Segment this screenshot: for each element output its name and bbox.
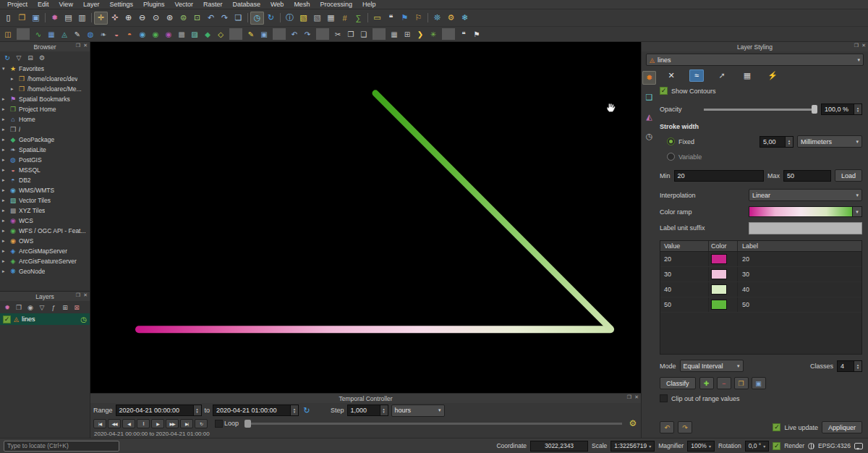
undo-icon[interactable]: ↶ xyxy=(288,28,301,40)
class-color-swatch[interactable] xyxy=(711,300,727,310)
expand-arrow-icon[interactable]: ▸ xyxy=(2,106,7,112)
label-unit-suffix-input[interactable] xyxy=(749,222,862,234)
add-vector-tile-icon[interactable]: ▨ xyxy=(188,28,201,40)
add-class-button[interactable]: ✚ xyxy=(699,377,714,389)
add-postgis-icon[interactable]: ◍ xyxy=(84,28,97,40)
color-ramp-select[interactable]: ▾ xyxy=(749,206,862,217)
menu-item[interactable]: Raster xyxy=(198,0,228,9)
close-panel-icon[interactable]: ✕ xyxy=(83,43,88,48)
pause-button[interactable]: || xyxy=(137,419,150,428)
load-classes-button[interactable]: ❐ xyxy=(734,377,749,389)
temporal-settings-gear-icon[interactable]: ⚙ xyxy=(628,418,638,428)
class-row[interactable]: 40 40 xyxy=(660,282,861,297)
tab-no-contours[interactable]: ✕ xyxy=(664,69,678,82)
log-messages-icon[interactable] xyxy=(854,443,863,449)
style-undo-button[interactable]: ↶ xyxy=(660,421,674,433)
zoom-native-icon[interactable]: ⊙ xyxy=(149,12,163,25)
fixed-width-radio[interactable] xyxy=(667,137,675,145)
classes-count-input[interactable]: 4 xyxy=(837,360,862,372)
play-forward-button[interactable]: ▶ xyxy=(151,419,164,428)
loop-checkbox[interactable] xyxy=(215,420,223,428)
class-value[interactable]: 30 xyxy=(660,271,708,278)
menu-item[interactable]: Processing xyxy=(315,0,357,9)
show-contours-checkbox[interactable] xyxy=(660,87,668,95)
layer-item-lines[interactable]: ◬ lines ◷ xyxy=(0,313,90,325)
save-edits-icon[interactable]: ▣ xyxy=(258,28,271,40)
menu-item[interactable]: Settings xyxy=(104,0,138,9)
show-bookmarks-icon[interactable]: ⚐ xyxy=(412,12,425,25)
mode-select[interactable]: Equal Interval xyxy=(680,360,744,372)
browser-item-home-dev[interactable]: ▸ ❐ /home/cloarec/dev xyxy=(0,74,90,84)
remove-layer-icon[interactable]: ⊠ xyxy=(72,302,82,313)
measure-line-icon[interactable]: ▭ xyxy=(370,12,384,25)
variable-width-radio[interactable] xyxy=(667,153,675,161)
deselect-features-icon[interactable]: ▧ xyxy=(310,12,324,25)
filter-expression-icon[interactable]: ƒ xyxy=(48,302,59,313)
temporal-layer-indicator-icon[interactable]: ◷ xyxy=(80,316,87,323)
menu-item[interactable]: Project xyxy=(2,0,33,9)
temporal-controller-icon[interactable]: ◷ xyxy=(250,12,264,25)
expand-arrow-icon[interactable]: ▸ xyxy=(11,76,16,82)
collapse-all-icon[interactable]: ⊟ xyxy=(25,53,35,63)
3d-view-tab-icon[interactable]: ❑ xyxy=(642,90,656,104)
browser-item-home-me[interactable]: ▸ ❐ /home/cloarec/Me... xyxy=(0,84,90,94)
processing-toolbox-icon[interactable]: ⚙ xyxy=(444,12,458,25)
zoom-next-icon[interactable]: ↷ xyxy=(218,12,231,25)
tab-mesh-frame[interactable]: ▦ xyxy=(740,69,754,82)
python-console-icon[interactable]: ❯ xyxy=(414,28,427,40)
browser-item-mssql[interactable]: ▸ ◒ MSSQL xyxy=(0,165,90,175)
manage-map-themes-icon[interactable]: ◉ xyxy=(25,302,35,313)
class-row[interactable]: 50 50 xyxy=(660,297,861,313)
refresh-browser-icon[interactable]: ↻ xyxy=(2,53,12,63)
cut-features-icon[interactable]: ✂ xyxy=(331,28,344,40)
min-input[interactable]: 20 xyxy=(674,170,764,182)
class-row[interactable]: 20 20 xyxy=(660,252,861,267)
filter-legend-icon[interactable]: ▽ xyxy=(37,302,47,313)
new-shapefile-icon[interactable]: ◇ xyxy=(214,28,227,40)
menu-item[interactable]: Mesh xyxy=(289,0,315,9)
history-tab-icon[interactable]: ◷ xyxy=(642,130,656,143)
expand-arrow-icon[interactable]: ▸ xyxy=(2,117,7,122)
add-wcs-icon[interactable]: ◉ xyxy=(162,28,175,40)
new-print-layout-icon[interactable]: ▤ xyxy=(61,12,75,25)
browser-item-wms[interactable]: ▸ ◉ WMS/WMTS xyxy=(0,185,90,195)
browser-item-project-home[interactable]: ▸ ❐ Project Home xyxy=(0,104,90,114)
menu-item[interactable]: Edit xyxy=(33,0,54,9)
symbology-tab-icon[interactable]: ✹ xyxy=(642,71,656,85)
add-oracle-icon[interactable]: ◓ xyxy=(123,28,136,40)
map-canvas[interactable] xyxy=(90,42,641,393)
zoom-last-icon[interactable]: ↶ xyxy=(204,12,218,25)
expand-arrow-icon[interactable]: ▸ xyxy=(2,228,7,234)
fixed-width-value-input[interactable]: 5,00 xyxy=(760,136,793,148)
expand-arrow-icon[interactable]: ▸ xyxy=(2,187,7,193)
map-tips-icon[interactable]: ❝ xyxy=(384,12,398,25)
range-start-input[interactable]: 2020-04-21 00:00:00 xyxy=(116,405,202,416)
skip-to-end-button[interactable]: ▶| xyxy=(180,419,193,428)
classify-button[interactable]: Classify xyxy=(660,377,696,389)
add-raster-layer-icon[interactable]: ▦ xyxy=(45,28,58,40)
identify-features-icon[interactable]: ⓘ xyxy=(283,12,297,25)
expand-arrow-icon[interactable]: ▸ xyxy=(2,127,7,132)
skip-to-start-button[interactable]: |◀ xyxy=(93,419,106,428)
class-row[interactable]: 30 30 xyxy=(660,267,861,282)
styling-layer-select[interactable]: ◬ lines xyxy=(646,54,864,66)
browser-item-geonode[interactable]: ▸ ❋ GeoNode xyxy=(0,266,90,276)
save-project-icon[interactable]: ▣ xyxy=(29,12,43,25)
add-mssql-icon[interactable]: ◒ xyxy=(110,28,123,40)
browser-item-home[interactable]: ▸ ⌂ Home xyxy=(0,114,90,124)
float-panel-icon[interactable]: ❐ xyxy=(76,43,80,48)
float-panel-icon[interactable]: ❐ xyxy=(627,394,631,400)
add-mesh-layer-icon[interactable]: ◬ xyxy=(58,28,71,40)
step-input[interactable]: 1,000 xyxy=(347,405,388,416)
add-group-icon[interactable]: ❐ xyxy=(14,302,24,313)
class-label[interactable]: 30 xyxy=(737,267,861,281)
locate-input[interactable]: Type to locate (Ctrl+K) xyxy=(4,441,119,452)
step-forward-button[interactable]: ▶▶ xyxy=(166,419,179,428)
close-panel-icon[interactable]: ✕ xyxy=(861,43,866,48)
render-checkbox[interactable] xyxy=(773,442,780,450)
new-map-view-icon[interactable]: ❏ xyxy=(231,12,245,25)
browser-item-spatialite[interactable]: ▸ ❧ SpatiaLite xyxy=(0,145,90,155)
expand-arrow-icon[interactable]: ▸ xyxy=(2,96,7,102)
browser-item-favorites[interactable]: ▾ ★ Favorites xyxy=(0,64,90,74)
expand-arrow-icon[interactable]: ▸ xyxy=(2,147,7,153)
